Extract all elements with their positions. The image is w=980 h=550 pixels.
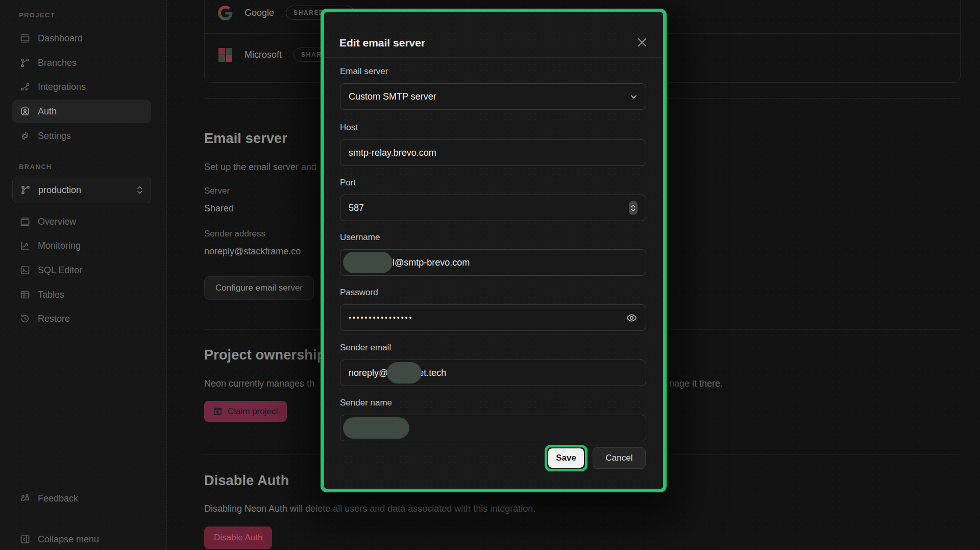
sidebar-item-settings[interactable]: Settings <box>12 124 151 148</box>
git-branch-icon <box>20 58 30 68</box>
sidebar: PROJECT Dashboard Branches Integrations … <box>0 0 167 550</box>
sidebar-item-label: Branches <box>38 58 77 68</box>
chevron-down-icon <box>630 93 638 101</box>
sidebar-item-sql-editor[interactable]: SQL Editor <box>12 258 151 282</box>
overview-icon <box>20 217 30 227</box>
host-input-value: smtp-relay.brevo.com <box>349 148 436 158</box>
sql-editor-icon <box>20 265 30 275</box>
sender-email-input[interactable]: noreply@ et.tech <box>340 360 646 386</box>
password-input[interactable]: •••••••••••••••• <box>340 304 646 331</box>
integrations-icon <box>20 82 30 92</box>
port-input-value: 587 <box>349 203 629 213</box>
sidebar-item-restore[interactable]: Restore <box>12 307 151 330</box>
redaction-pill <box>343 252 393 273</box>
sidebar-item-dashboard[interactable]: Dashboard <box>12 27 151 50</box>
chevron-up-down-icon <box>136 185 143 195</box>
email-server-section-description: Set up the email server and <box>204 162 316 173</box>
claim-project-button[interactable]: Claim project <box>204 401 287 422</box>
sidebar-project-heading: PROJECT <box>19 11 55 19</box>
sidebar-item-label: SQL Editor <box>38 265 82 276</box>
sidebar-item-label: Restore <box>38 314 70 324</box>
password-masked-value: •••••••••••••••• <box>349 314 626 322</box>
sidebar-item-label: Dashboard <box>38 33 83 44</box>
sidebar-item-collapse-menu[interactable]: Collapse menu <box>12 528 151 550</box>
port-input[interactable]: 587 <box>340 195 646 221</box>
save-button[interactable]: Save <box>548 448 584 468</box>
host-field-label: Host <box>340 123 358 133</box>
cancel-button[interactable]: Cancel <box>593 447 646 469</box>
annotation-highlight-modal: Edit email server Email server Custom SM… <box>321 9 667 492</box>
sidebar-branch-heading: BRANCH <box>19 163 52 171</box>
email-server-field-label: Email server <box>340 66 388 77</box>
email-server-select-value: Custom SMTP server <box>349 91 630 102</box>
sidebar-item-label: Auth <box>38 106 57 117</box>
configure-email-server-button[interactable]: Configure email server <box>204 276 314 300</box>
edit-email-server-dialog: Edit email server Email server Custom SM… <box>324 12 663 489</box>
dialog-title: Edit email server <box>339 37 425 49</box>
claim-upload-icon <box>213 406 223 416</box>
app-root: PROJECT Dashboard Branches Integrations … <box>0 0 980 550</box>
username-input[interactable]: l@smtp-brevo.com <box>340 249 646 276</box>
sender-email-prefix: noreply@ <box>349 368 388 378</box>
project-ownership-description-right: nage it there. <box>669 378 723 389</box>
sender-email-suffix: et.tech <box>419 368 446 378</box>
password-field-label: Password <box>340 288 378 298</box>
sender-address-value: noreply@stackframe.co <box>204 246 301 257</box>
dashboard-icon <box>20 33 30 43</box>
auth-user-icon <box>20 106 30 116</box>
close-icon[interactable] <box>635 36 649 49</box>
eye-icon[interactable] <box>626 312 638 324</box>
disable-auth-description: Disabling Neon Auth will delete all user… <box>204 504 535 514</box>
server-label: Server <box>204 186 230 196</box>
sidebar-item-overview[interactable]: Overview <box>12 210 151 233</box>
git-branch-icon <box>20 185 31 195</box>
gear-icon <box>20 131 30 141</box>
stepper-down-icon <box>631 208 635 211</box>
username-input-value: l@smtp-brevo.com <box>393 257 470 268</box>
project-ownership-description-left: Neon currently manages th <box>204 378 314 389</box>
provider-name: Google <box>244 8 274 18</box>
redaction-pill <box>343 417 409 439</box>
email-server-section-title: Email server <box>204 131 287 147</box>
redaction-pill <box>387 362 422 384</box>
sidebar-item-label: Monitoring <box>38 241 81 251</box>
sidebar-item-label: Collapse menu <box>38 534 99 545</box>
google-logo <box>218 6 233 20</box>
sidebar-item-label: Integrations <box>38 82 86 92</box>
port-field-label: Port <box>340 178 356 188</box>
sidebar-item-feedback[interactable]: Feedback <box>12 487 151 510</box>
disable-auth-button[interactable]: Disable Auth <box>204 527 272 549</box>
sidebar-item-label: Overview <box>38 217 76 227</box>
sidebar-item-auth[interactable]: Auth <box>12 100 151 123</box>
sender-email-field-label: Sender email <box>340 343 391 353</box>
server-value: Shared <box>204 203 234 214</box>
sender-name-input[interactable] <box>340 415 646 441</box>
email-server-select[interactable]: Custom SMTP server <box>340 83 646 110</box>
project-ownership-title: Project ownership <box>204 347 325 363</box>
sender-address-label: Sender address <box>204 229 265 239</box>
claim-project-label: Claim project <box>228 406 278 417</box>
feedback-people-icon <box>20 493 30 504</box>
host-input[interactable]: smtp-relay.brevo.com <box>340 139 646 166</box>
branch-selector-value: production <box>38 185 129 196</box>
disable-auth-title: Disable Auth <box>204 473 289 489</box>
microsoft-logo <box>218 47 233 62</box>
sender-name-field-label: Sender name <box>340 398 392 408</box>
provider-name: Microsoft <box>244 50 282 60</box>
sidebar-item-label: Feedback <box>38 493 78 504</box>
collapse-panel-icon <box>20 534 30 544</box>
username-field-label: Username <box>340 232 380 243</box>
sidebar-divider <box>0 516 167 516</box>
monitoring-chart-icon <box>20 241 30 251</box>
number-stepper[interactable] <box>629 201 638 215</box>
tables-icon <box>20 290 30 300</box>
sidebar-item-monitoring[interactable]: Monitoring <box>12 234 151 257</box>
sidebar-item-label: Tables <box>38 290 64 300</box>
branch-selector[interactable]: production <box>12 177 151 203</box>
sidebar-item-integrations[interactable]: Integrations <box>12 75 151 99</box>
dialog-header-divider <box>324 57 663 58</box>
sidebar-item-tables[interactable]: Tables <box>12 283 151 306</box>
sidebar-item-branches[interactable]: Branches <box>12 51 151 75</box>
stepper-up-icon <box>631 205 635 208</box>
restore-clock-icon <box>20 314 30 324</box>
